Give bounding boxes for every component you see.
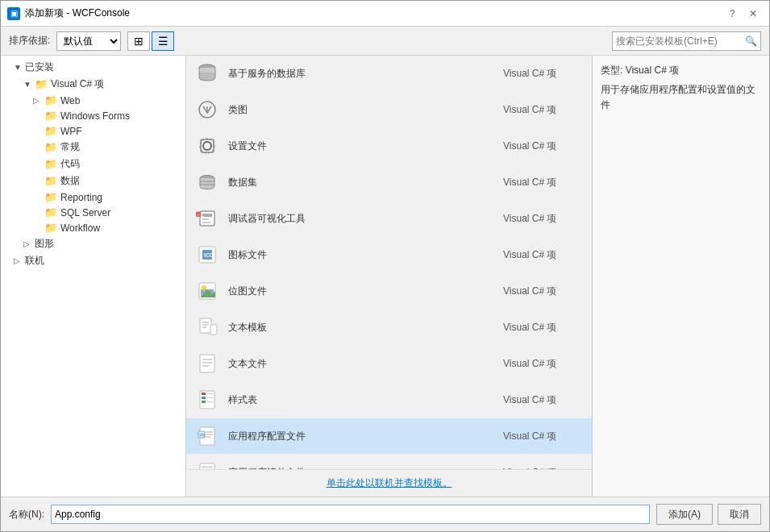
list-item[interactable]: 位图文件 Visual C# 项 [186, 273, 592, 310]
svg-rect-27 [200, 355, 214, 372]
item-icon-bitmap [194, 278, 220, 304]
svg-text:ICO: ICO [204, 252, 214, 258]
bottom-bar: 名称(N): 添加(A) 取消 [1, 497, 769, 531]
item-icon-app-config: cfg [194, 423, 220, 449]
folder-icon: 📁 [35, 78, 48, 90]
folder-icon: 📁 [44, 175, 57, 187]
svg-point-20 [202, 285, 206, 290]
item-icon-db [194, 60, 220, 86]
item-icon-debug: CS [194, 206, 220, 231]
tree-item-winforms[interactable]: 📁 Windows Forms [1, 108, 185, 123]
tree-item-sqlserver[interactable]: 📁 SQL Server [1, 205, 185, 220]
grid-view-button[interactable]: ⊞ [127, 31, 150, 51]
list-item[interactable]: 应用程序清单文件 Visual C# 项 [186, 455, 592, 469]
svg-rect-23 [210, 325, 217, 335]
list-item[interactable]: CS 调试器可视化工具 Visual C# 项 [186, 201, 592, 237]
sort-label: 排序依据: [9, 34, 50, 48]
main-content: ▼ 已安装 ▼ 📁 Visual C# 项 ▷ 📁 Web 📁 Windows … [1, 56, 769, 497]
dialog: ▣ 添加新项 - WCFConsole ? ✕ 排序依据: 默认值 ⊞ ☰ 🔍 … [0, 0, 770, 532]
tree-item-general[interactable]: 📁 常规 [1, 139, 185, 156]
title-bar-left: ▣ 添加新项 - WCFConsole [7, 6, 130, 20]
list-item[interactable]: 基于服务的数据库 Visual C# 项 [186, 56, 592, 92]
list-item[interactable]: 样式表 Visual C# 项 [186, 382, 592, 418]
dialog-title: 添加新项 - WCFConsole [25, 6, 130, 20]
tree-item-web[interactable]: ▷ 📁 Web [1, 93, 185, 108]
action-buttons: 添加(A) 取消 [656, 504, 761, 525]
tree-item-visualcsharp[interactable]: ▼ 📁 Visual C# 项 [1, 76, 185, 93]
tree-item-reporting[interactable]: 📁 Reporting [1, 189, 185, 205]
expand-icon: ▼ [23, 80, 33, 89]
item-icon-text-file [194, 351, 220, 376]
bottom-link-area: 单击此处以联机并查找模板。 [186, 469, 592, 497]
center-panel: 基于服务的数据库 Visual C# 项 类图 Visual C# 项 [186, 56, 592, 497]
item-icon-text-tpl [194, 314, 220, 340]
right-type-label: 类型: Visual C# 项 [601, 64, 761, 77]
cancel-button[interactable]: 取消 [718, 504, 761, 525]
folder-icon: 📁 [44, 222, 57, 234]
items-list: 基于服务的数据库 Visual C# 项 类图 Visual C# 项 [186, 56, 592, 469]
search-input[interactable] [616, 35, 745, 47]
left-panel: ▼ 已安装 ▼ 📁 Visual C# 项 ▷ 📁 Web 📁 Windows … [1, 56, 186, 497]
title-bar: ▣ 添加新项 - WCFConsole ? ✕ [1, 1, 769, 27]
list-item[interactable]: 文本模板 Visual C# 项 [186, 310, 592, 346]
folder-icon: 📁 [44, 141, 57, 153]
svg-rect-45 [202, 466, 213, 468]
item-icon-stylesheet [194, 387, 220, 413]
tree-item-workflow[interactable]: 📁 Workflow [1, 220, 185, 235]
online-templates-link[interactable]: 单击此处以联机并查找模板。 [327, 477, 452, 488]
folder-icon: 📁 [44, 94, 57, 106]
item-icon-class [194, 97, 220, 123]
expand-icon: ▼ [14, 63, 23, 72]
svg-text:cfg: cfg [200, 432, 206, 437]
tree-item-online[interactable]: ▷ 联机 [1, 252, 185, 269]
app-icon: ▣ [7, 7, 20, 20]
search-icon: 🔍 [745, 35, 757, 47]
tree-item-wpf[interactable]: 📁 WPF [1, 123, 185, 139]
name-input[interactable] [51, 505, 650, 524]
list-item[interactable]: 文本文件 Visual C# 项 [186, 346, 592, 382]
list-item[interactable]: 设置文件 Visual C# 项 [186, 128, 592, 164]
expand-icon: ▷ [23, 239, 33, 248]
svg-rect-12 [202, 222, 210, 223]
expand-icon: ▷ [14, 256, 23, 265]
svg-rect-32 [202, 393, 206, 395]
svg-rect-10 [202, 214, 212, 217]
sort-select[interactable]: 默认值 [56, 31, 121, 51]
list-item[interactable]: ICO 图标文件 Visual C# 项 [186, 237, 592, 273]
tree-item-installed[interactable]: ▼ 已安装 [1, 59, 185, 76]
tree-item-data[interactable]: 📁 数据 [1, 172, 185, 189]
tree-item-code[interactable]: 📁 代码 [1, 156, 185, 172]
svg-rect-33 [202, 397, 206, 399]
add-button[interactable]: 添加(A) [656, 504, 713, 525]
right-description: 用于存储应用程序配置和设置值的文件 [601, 82, 761, 113]
right-panel: 类型: Visual C# 项 用于存储应用程序配置和设置值的文件 [592, 56, 769, 497]
list-item[interactable]: 数据集 Visual C# 项 [186, 164, 592, 201]
list-item-selected[interactable]: cfg 应用程序配置文件 Visual C# 项 [186, 418, 592, 455]
search-box: 🔍 [612, 31, 761, 51]
right-description-text: 用于存储应用程序配置和设置值的文件 [601, 84, 755, 110]
folder-icon: 📁 [44, 206, 57, 218]
svg-rect-34 [202, 401, 206, 403]
expand-icon: ▷ [33, 96, 43, 105]
svg-text:CS: CS [197, 214, 203, 218]
svg-rect-11 [202, 218, 209, 220]
item-icon-settings [194, 133, 220, 159]
item-icon-dataset [194, 169, 220, 195]
item-icon-ico: ICO [194, 242, 220, 268]
item-icon-manifest [194, 459, 220, 469]
toolbar: 排序依据: 默认值 ⊞ ☰ 🔍 [1, 27, 769, 56]
folder-icon: 📁 [44, 158, 57, 170]
folder-icon: 📁 [44, 110, 57, 122]
list-item[interactable]: 类图 Visual C# 项 [186, 92, 592, 128]
view-buttons: ⊞ ☰ [127, 31, 174, 51]
name-label: 名称(N): [9, 508, 44, 522]
list-view-button[interactable]: ☰ [152, 31, 174, 51]
svg-point-4 [200, 139, 214, 153]
svg-rect-22 [200, 318, 211, 333]
close-button[interactable]: ✕ [743, 4, 763, 23]
help-button[interactable]: ? [722, 4, 742, 23]
svg-point-3 [203, 142, 211, 150]
folder-icon: 📁 [44, 125, 57, 137]
tree-item-graphics[interactable]: ▷ 图形 [1, 235, 185, 252]
folder-icon: 📁 [44, 191, 57, 203]
